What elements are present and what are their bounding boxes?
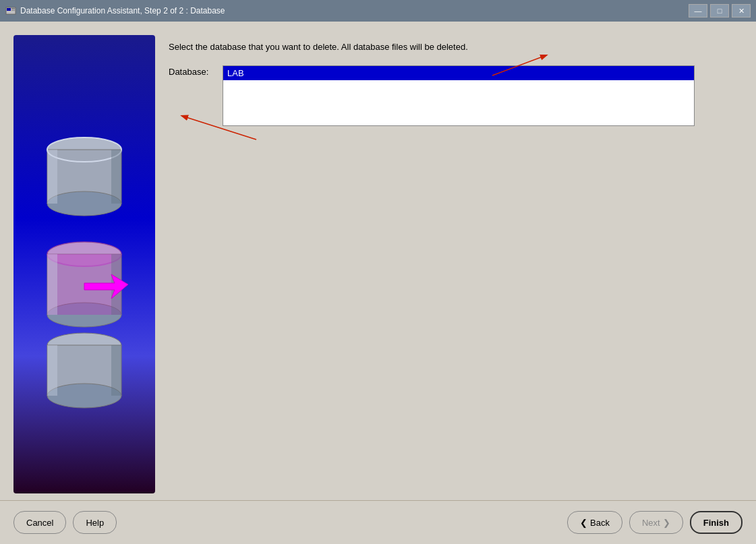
- svg-rect-20: [47, 345, 57, 396]
- maximize-button[interactable]: □: [710, 4, 729, 18]
- title-bar: Database Configuration Assistant, Step 2…: [0, 0, 756, 22]
- next-arrow-icon: ❯: [663, 518, 670, 528]
- db-listbox-item[interactable]: LAB: [223, 66, 694, 80]
- svg-rect-3: [11, 10, 15, 11]
- svg-rect-8: [47, 150, 57, 204]
- minimize-button[interactable]: —: [689, 4, 707, 18]
- svg-point-6: [47, 191, 121, 216]
- next-label: Next: [642, 518, 660, 528]
- title-bar-left: Database Configuration Assistant, Step 2…: [5, 5, 225, 16]
- back-label: Back: [590, 518, 610, 528]
- db-field-row: Database: LAB: [169, 65, 736, 126]
- finish-button[interactable]: Finish: [690, 511, 743, 534]
- window-body: Select the database that you want to del…: [0, 22, 756, 544]
- next-button[interactable]: Next ❯: [629, 511, 683, 534]
- svg-point-14: [47, 242, 121, 266]
- left-panel: [13, 35, 155, 493]
- svg-point-19: [47, 384, 121, 408]
- db-listbox[interactable]: LAB: [223, 65, 695, 126]
- svg-rect-21: [111, 345, 121, 396]
- close-button[interactable]: ✕: [732, 4, 751, 18]
- svg-rect-2: [11, 8, 15, 9]
- right-content: Select the database that you want to del…: [169, 35, 736, 493]
- svg-rect-9: [111, 150, 121, 204]
- window-title: Database Configuration Assistant, Step 2…: [20, 6, 225, 16]
- app-icon: [5, 5, 16, 16]
- instruction-text: Select the database that you want to del…: [169, 42, 736, 52]
- main-content: Select the database that you want to del…: [0, 22, 756, 500]
- db-listbox-empty: [223, 80, 694, 94]
- svg-rect-15: [47, 254, 57, 315]
- svg-rect-1: [7, 8, 11, 11]
- button-bar: Cancel Help ❮ Back Next ❯ Finish: [0, 500, 756, 544]
- back-arrow-icon: ❮: [580, 518, 587, 528]
- db-label: Database:: [169, 65, 216, 77]
- cancel-button[interactable]: Cancel: [13, 511, 66, 534]
- title-bar-controls: — □ ✕: [689, 4, 751, 18]
- db-illustration: [24, 109, 145, 419]
- help-button[interactable]: Help: [73, 511, 117, 534]
- back-button[interactable]: ❮ Back: [567, 511, 622, 534]
